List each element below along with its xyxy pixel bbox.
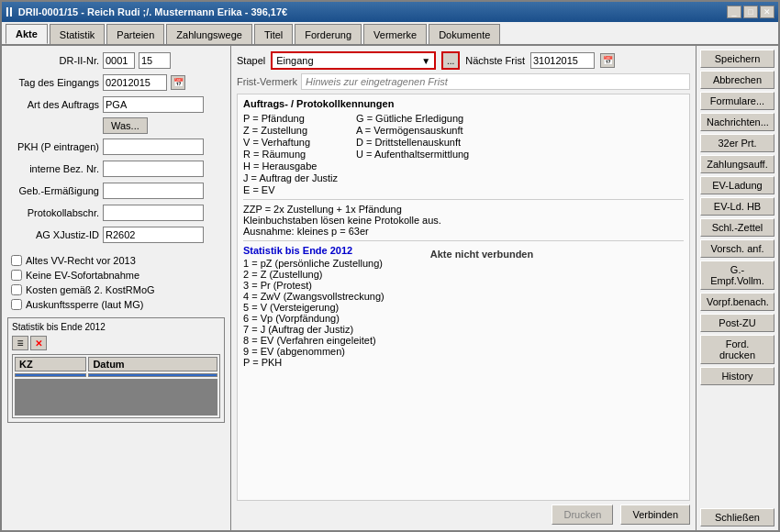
stat-delete-button[interactable]: ✕ (30, 336, 47, 350)
stat-line-7: 7 = J (Auftrag der Justiz) (243, 324, 384, 335)
checkbox-ev-sofort: Keine EV-Sofortabnahme (7, 270, 225, 281)
stat-add-button[interactable]: ≡ (12, 336, 28, 350)
checkbox-kosten-input[interactable] (11, 284, 22, 295)
art-auftrags-input[interactable] (103, 96, 204, 113)
stat-line-8: 8 = EV (Verfahren eingeleitet) (243, 335, 384, 346)
schliessen-button[interactable]: Schließen (700, 508, 774, 526)
ag-label: AG XJustiz-ID (7, 229, 99, 240)
naechste-calendar-button[interactable]: 📅 (600, 53, 615, 68)
title-bar: II DRII-0001/15 - Reich Rudi ;/. Musterm… (2, 2, 778, 22)
schl-zettel-button[interactable]: Schl.-Zettel (700, 218, 774, 237)
statistik-title: Statistik bis Ende 2012 (12, 322, 220, 332)
g-empf-vollm-button[interactable]: G.-Empf.Vollm. (700, 260, 774, 290)
stat-empty-cell (15, 379, 217, 416)
info-line-z: Z = Zustellung (243, 125, 338, 136)
ev-ladung-button[interactable]: EV-Ladung (700, 176, 774, 194)
tab-titel[interactable]: Titel (254, 24, 293, 44)
stat-line-4: 4 = ZwV (Zwangsvollstreckung) (243, 291, 384, 302)
proto-row: Protokollabschr. (7, 204, 225, 222)
tab-zahlungswege[interactable]: Zahlungswege (166, 24, 252, 44)
minimize-button[interactable]: _ (727, 6, 741, 18)
checkbox-ev-sofort-input[interactable] (11, 270, 22, 281)
interne-label: interne Bez. Nr. (7, 163, 99, 174)
table-row[interactable] (15, 373, 217, 377)
speichern-button[interactable]: Speichern (700, 50, 774, 68)
ev-ld-hb-button[interactable]: EV-Ld. HB (700, 197, 774, 216)
info-line-u: U = Aufenthaltsermittlung (356, 149, 469, 160)
interne-input[interactable] (103, 161, 204, 177)
naechste-label: Nächste Frist (465, 55, 525, 66)
art-auftrags-row: Art des Auftrags (7, 95, 225, 114)
checkbox-vv-recht-input[interactable] (11, 255, 22, 266)
info-grid: P = Pfändung Z = Zustellung V = Verhaftu… (243, 113, 684, 195)
tab-forderung[interactable]: Forderung (295, 24, 362, 44)
ag-input[interactable] (103, 227, 204, 243)
info-separator (243, 199, 684, 200)
info-line-h: H = Herausgabe (243, 161, 338, 172)
table-row (15, 379, 217, 416)
checkbox-auskunft-label: Auskunftssperre (laut MG) (26, 299, 143, 310)
tab-akte[interactable]: Akte (6, 24, 48, 44)
dr-nr-label: DR-II-Nr. (7, 55, 99, 66)
dr-nr-row: DR-II-Nr. (7, 51, 225, 70)
checkbox-kosten: Kosten gemäß 2. KostRMoG (7, 284, 225, 295)
post-zu-button[interactable]: Post-ZU (700, 314, 774, 332)
left-panel: DR-II-Nr. Tag des Eingangs 📅 Art des Auf… (2, 46, 231, 530)
frist-input[interactable] (301, 73, 690, 90)
statistik-end-title: Statistik bis Ende 2012 (243, 245, 384, 256)
nachrichten-button[interactable]: Nachrichten... (700, 113, 774, 131)
info-line-e: E = EV (243, 184, 338, 195)
info-left-col: P = Pfändung Z = Zustellung V = Verhaftu… (243, 113, 338, 195)
32er-prt-button[interactable]: 32er Prt. (700, 134, 774, 152)
info-right-col: G = Gütliche Erledigung A = Vermögensaus… (356, 113, 469, 195)
stapel-extra-button[interactable]: ... (441, 51, 460, 70)
dr-nr-input1[interactable] (103, 52, 135, 69)
tab-statistik[interactable]: Statistik (50, 24, 106, 44)
history-button[interactable]: History (700, 367, 774, 385)
window-title: DRII-0001/15 - Reich Rudi ;/. Mustermann… (18, 6, 287, 17)
ford-drucken-button[interactable]: Ford. drucken (700, 335, 774, 364)
pkh-checkbox[interactable] (103, 139, 204, 155)
maximize-button[interactable]: □ (743, 6, 758, 18)
stat-col-datum: Datum (88, 357, 217, 371)
zahlungsauff-button[interactable]: Zahlungsauff. (700, 155, 774, 173)
tab-parteien[interactable]: Parteien (106, 24, 164, 44)
stapel-combo[interactable]: Eingang ▼ (271, 51, 436, 70)
tag-eingangs-input[interactable] (103, 74, 167, 91)
info-line-g: G = Gütliche Erledigung (356, 113, 469, 124)
close-button[interactable]: ✕ (760, 6, 774, 18)
info-separator2 (243, 240, 684, 241)
akte-verbunden-section: Akte nicht verbunden (412, 245, 533, 368)
naechste-input[interactable] (530, 52, 595, 69)
dr-nr-input2[interactable] (139, 52, 171, 69)
stat-line-1: 1 = pZ (persönliche Zustellung) (243, 258, 384, 269)
verbinden-button[interactable]: Verbinden (620, 504, 690, 525)
drucken-button[interactable]: Drucken (552, 504, 613, 525)
stat-line-5: 5 = V (Versteigerung) (243, 302, 384, 313)
stat-toolbar: ≡ ✕ (12, 336, 220, 350)
vorpf-benach-button[interactable]: Vorpf.benach. (700, 293, 774, 311)
tab-vermerke[interactable]: Vermerke (363, 24, 427, 44)
was-button[interactable]: Was... (103, 117, 148, 134)
info-line-a: A = Vermögensauskunft (356, 125, 469, 136)
checkbox-vv-recht-label: Altes VV-Recht vor 2013 (26, 255, 136, 266)
info-line-r: R = Räumung (243, 149, 338, 160)
proto-input[interactable] (103, 205, 204, 221)
tag-eingangs-row: Tag des Eingangs 📅 (7, 73, 225, 92)
geb-input[interactable] (103, 183, 204, 199)
vorsch-anf-button[interactable]: Vorsch. anf. (700, 239, 774, 258)
pkh-row: PKH (P eintragen) (7, 138, 225, 156)
stapel-value: Eingang (276, 55, 313, 66)
interne-row: interne Bez. Nr. (7, 160, 225, 178)
checkbox-auskunft-input[interactable] (11, 299, 22, 310)
stapel-arrow-icon: ▼ (421, 56, 430, 66)
formulare-button[interactable]: Formulare... (700, 92, 774, 110)
geb-row: Geb.-Ermäßigung (7, 182, 225, 200)
stat-datum-cell (88, 373, 217, 377)
calendar-button[interactable]: 📅 (171, 75, 185, 90)
geb-label: Geb.-Ermäßigung (7, 185, 99, 196)
info-line-d: D = Drittstellenauskunft (356, 137, 469, 148)
tab-dokumente[interactable]: Dokumente (429, 24, 500, 44)
abbrechen-button[interactable]: Abbrechen (700, 71, 774, 89)
info-line-p: P = Pfändung (243, 113, 338, 124)
